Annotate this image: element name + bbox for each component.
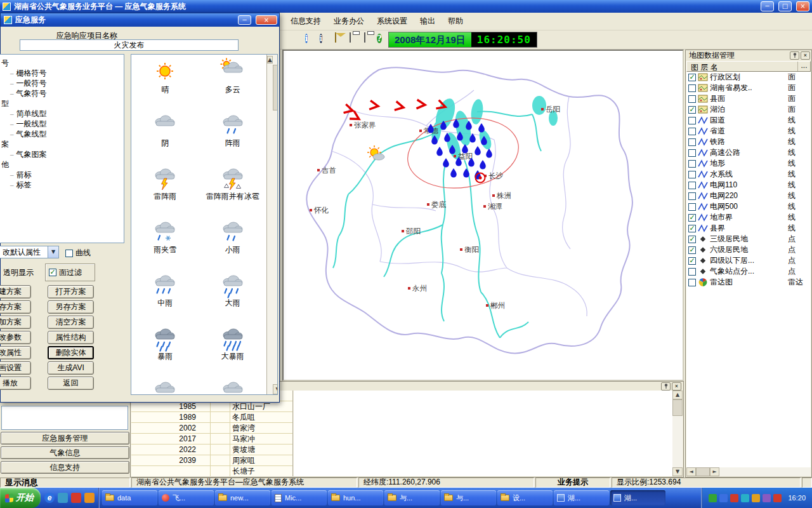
weather-symbol[interactable]: 阵雨 [199, 111, 267, 164]
layer-checkbox[interactable]: ✓ [688, 257, 696, 265]
default-attr-dropdown[interactable]: 改默认属性 ▼ [0, 246, 59, 258]
layer-checkbox[interactable]: ✓ [688, 236, 696, 243]
layer-panel-hscrollbar[interactable]: ◄ ► [686, 467, 811, 476]
pin-icon[interactable] [661, 382, 671, 391]
checkbox[interactable] [65, 250, 73, 257]
layer-row[interactable]: ✓行政区划面 [686, 72, 811, 83]
info-dark-icon[interactable]: i [315, 33, 327, 46]
scroll-down-icon[interactable]: ▼ [672, 467, 683, 476]
tray-icon-7[interactable] [773, 494, 782, 502]
layer-row[interactable]: 雷达图雷达 [686, 277, 811, 288]
table-row[interactable]: 1985水口山一厂 [131, 401, 292, 412]
weather-symbol[interactable]: 中雨 [131, 271, 199, 324]
weather-symbol[interactable]: 大暴雨 [199, 324, 267, 378]
layer-row[interactable]: 湖南省易发..面 [686, 83, 811, 93]
tray-icon-4[interactable] [741, 494, 749, 502]
taskbar-item[interactable]: 湖... [554, 490, 609, 505]
dialog-button[interactable]: 播放 [0, 377, 31, 390]
dialog-button[interactable]: 画设置 [0, 361, 31, 375]
fetion-icon[interactable] [71, 493, 81, 503]
scroll-thumb[interactable] [273, 65, 278, 110]
taskbar-item[interactable]: Mic... [272, 490, 327, 505]
tray-icon-5[interactable] [752, 494, 760, 502]
layer-row[interactable]: ✓六级居民地点 [686, 244, 811, 255]
taskbar-item[interactable]: 设... [497, 490, 553, 505]
layer-row[interactable]: ✓地市界线 [686, 212, 811, 223]
layer-checkbox[interactable]: ✓ [688, 246, 696, 254]
map-canvas[interactable]: 张家界岳阳常德益阳长沙吉首娄底株洲湘潭怀化邵阳衡阳永州郴州 [284, 51, 683, 380]
layer-row[interactable]: 电网220线 [686, 190, 811, 201]
layer-row[interactable]: 高速公路线 [686, 147, 811, 158]
dialog-button[interactable]: 打开方案 [48, 285, 94, 298]
weather-symbol[interactable]: 多云 [199, 58, 267, 111]
left-panel-button[interactable]: 气象信息 [1, 446, 129, 459]
tray-icon-3[interactable] [730, 494, 738, 502]
dialog-button[interactable]: 生成AVI [48, 361, 94, 375]
dialog-button[interactable]: 清空方案 [48, 316, 94, 329]
layer-row[interactable]: ✓县界线 [686, 223, 811, 234]
layer-checkbox[interactable] [688, 138, 696, 146]
print-icon[interactable] [344, 33, 357, 46]
info-icon[interactable]: i [300, 33, 313, 46]
tree-item[interactable]: 号 [0, 58, 124, 68]
menu-item[interactable]: 信息支持 [285, 14, 326, 29]
table-row[interactable]: 2039周家咀 [131, 455, 292, 466]
weather-symbol[interactable] [131, 378, 199, 394]
scroll-thumb[interactable] [672, 399, 683, 416]
layer-checkbox[interactable] [688, 171, 696, 178]
layer-checkbox[interactable] [688, 149, 696, 157]
layer-checkbox[interactable] [688, 84, 696, 92]
table-row[interactable]: 2022黄坡塘 [131, 444, 292, 455]
taskbar-item[interactable]: new... [215, 490, 270, 505]
taskbar-item[interactable]: hun... [328, 490, 383, 505]
tree-item[interactable]: –栅格符号 [0, 68, 124, 78]
tree-item[interactable]: –一般线型 [0, 119, 124, 129]
map-area[interactable]: 张家界岳阳常德益阳长沙吉首娄底株洲湘潭怀化邵阳衡阳永州郴州 [282, 50, 684, 381]
tray-icon-6[interactable] [763, 494, 771, 502]
left-panel-button[interactable]: 信息支持 [1, 461, 129, 474]
message-listbox[interactable] [1, 406, 128, 430]
layer-checkbox[interactable]: ✓ [688, 74, 696, 81]
curve-checkbox[interactable]: 曲线 [65, 248, 91, 258]
tree-item[interactable]: –气象图案 [0, 149, 124, 159]
close-button[interactable]: × [796, 1, 809, 11]
layer-row[interactable]: 电网110线 [686, 180, 811, 190]
dialog-titlebar[interactable]: 应急服务 ─ × [1, 13, 279, 27]
dialog-button[interactable]: 改属性 [0, 346, 31, 359]
layer-checkbox[interactable]: ✓ [688, 106, 696, 114]
tray-icon-2[interactable] [719, 494, 728, 502]
menu-item[interactable]: 输出 [415, 14, 440, 29]
dialog-button[interactable]: 属性结构 [48, 331, 94, 344]
weather-symbol[interactable]: 暴雨 [131, 324, 199, 378]
layer-checkbox[interactable]: ✓ [688, 225, 696, 232]
dialog-close-button[interactable]: × [256, 15, 277, 25]
table-row[interactable]: 1989冬瓜咀 [131, 412, 292, 423]
table-row[interactable]: 2002曾家湾 [131, 423, 292, 434]
layer-row[interactable]: 气象站点分...点 [686, 266, 811, 277]
weather-symbol[interactable]: 大雨 [199, 271, 267, 324]
layer-checkbox[interactable] [688, 268, 696, 276]
layer-checkbox[interactable] [688, 192, 696, 200]
dialog-button[interactable]: 建方案 [0, 285, 31, 298]
scroll-down-icon[interactable]: ▼ [273, 384, 278, 394]
tree-item[interactable]: –气象符号 [0, 88, 124, 98]
tree-item[interactable]: 他 [0, 159, 124, 170]
scroll-right-icon[interactable]: ► [710, 467, 719, 476]
layer-checkbox[interactable] [688, 203, 696, 211]
layer-row[interactable]: 省道线 [686, 126, 811, 137]
layer-checkbox[interactable] [688, 95, 696, 103]
layer-row[interactable]: 铁路线 [686, 137, 811, 147]
taskbar-item[interactable]: data [102, 490, 157, 505]
layer-checkbox[interactable]: ✓ [688, 214, 696, 222]
menu-item[interactable]: 系统设置 [372, 14, 412, 29]
scroll-left-icon[interactable]: ◄ [686, 467, 696, 476]
close-icon[interactable]: × [672, 382, 681, 391]
dialog-button[interactable]: 删除实体 [48, 346, 94, 359]
station-table[interactable]: 1951风羽村1985水口山一厂1989冬瓜咀2002曾家湾2017马家冲202… [131, 391, 293, 476]
weather-symbol[interactable]: 雷阵雨 [131, 164, 199, 218]
show-desktop-icon[interactable] [58, 493, 68, 503]
maximize-button[interactable]: □ [778, 1, 792, 11]
layer-row[interactable]: ✓三级居民地点 [686, 234, 811, 244]
dialog-button[interactable]: 加方案 [0, 316, 31, 329]
table-row[interactable]: 长塘子 [131, 466, 292, 476]
